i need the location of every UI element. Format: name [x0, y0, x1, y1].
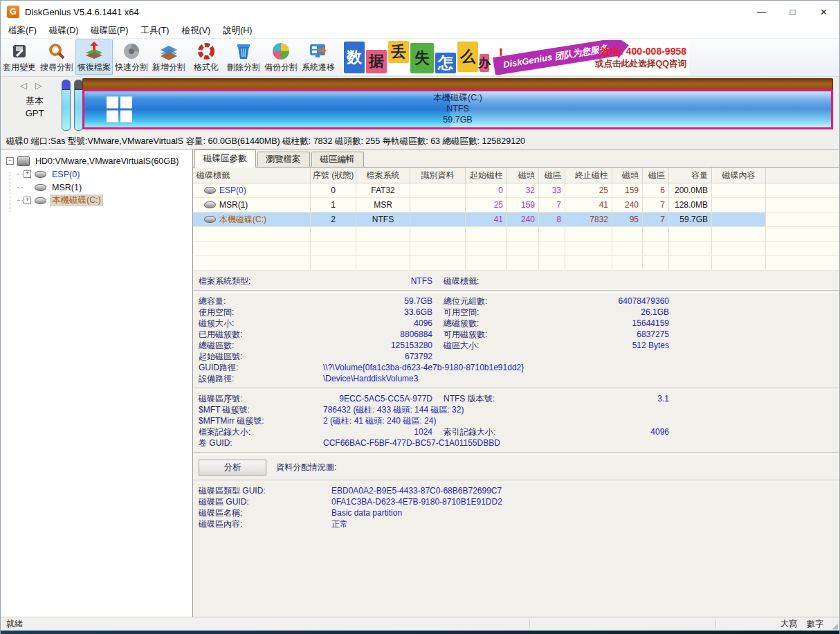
format-button[interactable]: 格式化 [188, 39, 225, 75]
expand-icon[interactable]: + [24, 197, 31, 204]
search-partition-button[interactable]: 搜尋分割 [38, 39, 75, 75]
diskgenius-window: G DiskGenius V5.4.6.1441 x64 — □ ✕ 檔案(F)… [0, 0, 840, 634]
close-button[interactable]: ✕ [808, 1, 839, 23]
ad-tile: 办 [480, 54, 489, 72]
ad-slogan-tiles: 数据丢失怎么办! [344, 40, 513, 73]
detail-row: 卷 GUID:CCF66BAC-F5BF-477D-BC57-C1A01155D… [193, 438, 839, 449]
empty-cell [507, 256, 539, 270]
empty-cell [410, 227, 466, 241]
column-header[interactable]: 磁頭 [612, 167, 643, 183]
cell-start-cylinder: 25 [466, 198, 507, 212]
next-disk-icon[interactable]: ▷ [35, 80, 45, 91]
cell-start-sector: 33 [539, 183, 565, 197]
analyze-button[interactable]: 分析 [199, 460, 266, 476]
column-header[interactable]: 磁區 [539, 167, 565, 183]
analyze-row: 分析 資料分配情況圖: [193, 458, 839, 476]
partition-icon [204, 216, 216, 223]
menu-item[interactable]: 磁碟(D) [43, 24, 84, 38]
menu-item[interactable]: 檔案(F) [2, 24, 43, 38]
cell-content [712, 198, 766, 212]
detail-row: 檔案系統類型:NTFS 磁碟標籤: [193, 276, 839, 287]
apply-changes-icon [9, 41, 30, 62]
tree-node-hd0[interactable]: − HD0:VMware,VMwareVirtualS(60GB) [1, 154, 192, 167]
table-empty-row [193, 242, 839, 256]
ad-banner[interactable]: 数据丢失怎么办! DiskGenius 团队为您服务 致电: 400-008-9… [343, 40, 688, 75]
maximize-button[interactable]: □ [777, 1, 808, 23]
cell-end-cylinder: 41 [565, 198, 612, 212]
apply-changes-button[interactable]: 套用變更 [1, 39, 38, 75]
detail-row: 磁碟區類型 GUID:EBD0A0A2-B9E5-4433-87C0-68B6B… [193, 486, 839, 496]
menu-item[interactable]: 磁碟區(P) [84, 24, 134, 38]
empty-cell [311, 256, 356, 270]
menu-item[interactable]: 工具(T) [135, 24, 176, 38]
partition-c-block[interactable]: 本機磁碟(C:) NTFS 59.7GB [82, 89, 833, 129]
column-header[interactable]: 檔案系統 [356, 167, 410, 183]
system-migrate-button[interactable]: 系統遷移 [300, 39, 337, 75]
titlebar: G DiskGenius V5.4.6.1441 x64 — □ ✕ [1, 1, 839, 23]
tree-node-partition[interactable]: MSR(1) [1, 181, 192, 194]
column-header[interactable]: 序號 (狀態) [311, 167, 356, 183]
column-header[interactable]: 磁碟內容 [712, 167, 766, 183]
tab[interactable]: 磁區編輯 [311, 152, 364, 167]
ad-qq-link[interactable]: 或点击此处选择QQ咨询 [595, 57, 686, 70]
cell-end-sector: 7 [643, 198, 669, 212]
column-header[interactable]: 磁頭 [507, 167, 539, 183]
tree-node-partition[interactable]: + 本機磁碟(C:) [1, 194, 192, 207]
ad-contact: 致电: 400-008-9958 或点击此处选择QQ咨询 [595, 45, 686, 70]
expand-icon[interactable]: + [24, 170, 31, 178]
empty-cell [356, 256, 410, 270]
collapse-icon[interactable]: − [6, 157, 14, 165]
cell-end-head: 95 [612, 212, 643, 226]
table-empty-row [193, 256, 839, 271]
disk-tree-panel: − HD0:VMware,VMwareVirtualS(60GB) + ESP(… [1, 150, 193, 617]
column-header[interactable]: 磁碟標籤 [193, 167, 311, 183]
table-empty-row [193, 227, 839, 242]
partition-icon [35, 197, 46, 204]
system-migrate-icon [308, 41, 329, 62]
delete-partition-button[interactable]: 刪除分割 [225, 39, 262, 75]
mini-partition-bar[interactable] [62, 80, 71, 131]
column-header[interactable]: 終止磁柱 [565, 167, 612, 183]
detail-row: 磁碟區內容:正常 [193, 519, 839, 529]
detail-row: 設備路徑:\Device\HarddiskVolume3 [193, 374, 839, 384]
window-controls: — □ ✕ [746, 1, 839, 23]
column-header[interactable]: 起始磁柱 [466, 167, 507, 183]
ad-tile: 数 [344, 42, 365, 73]
resize-grip[interactable]: ◢ [828, 617, 839, 631]
partition-table-empty-rows [193, 227, 839, 271]
tree-node-partition[interactable]: + ESP(0) [1, 167, 192, 181]
partition-row[interactable]: MSR(1) 1 MSR 25 159 7 41 240 7 128.0MB [193, 198, 839, 212]
quick-partition-button[interactable]: 快速分割 [113, 39, 150, 75]
recover-files-button[interactable]: 恢復檔案 [75, 39, 113, 75]
column-header[interactable]: 磁區 [643, 167, 669, 183]
tab-strip: 磁碟區參數瀏覽檔案磁區編輯 [193, 150, 839, 167]
partition-icon [35, 184, 46, 191]
main-area: − HD0:VMware,VMwareVirtualS(60GB) + ESP(… [1, 149, 839, 617]
status-numlock: 數字 [802, 618, 828, 630]
tab[interactable]: 磁碟區參數 [194, 150, 256, 167]
new-partition-button[interactable]: 新增分割 [150, 39, 188, 75]
empty-cell [311, 242, 356, 255]
backup-partition-button[interactable]: 備份分割 [262, 39, 300, 75]
column-header[interactable]: 識別資料 [410, 167, 466, 183]
column-header[interactable]: 容量 [669, 167, 712, 183]
prev-disk-icon[interactable]: ◁ [20, 80, 30, 91]
cell-filesystem: NTFS [356, 212, 410, 226]
empty-cell [539, 256, 565, 270]
menu-item[interactable]: 檢視(V) [175, 24, 217, 38]
section-divider [193, 480, 839, 482]
menu-item[interactable]: 說明(H) [217, 24, 258, 38]
partition-icon [204, 187, 216, 194]
minimize-button[interactable]: — [746, 1, 777, 23]
backup-partition-icon [271, 41, 291, 62]
partition-row[interactable]: 本機磁碟(C:) 2 NTFS 41 240 8 7832 95 7 59.7G… [193, 212, 839, 227]
empty-cell [669, 242, 712, 255]
partition-row[interactable]: ESP(0) 0 FAT32 0 32 33 25 159 6 200.0MB [193, 183, 839, 198]
detail-filesystem-section: 檔案系統類型:NTFS 磁碟標籤: [193, 276, 839, 287]
cell-serial: 0 [311, 183, 356, 197]
cell-start-sector: 7 [539, 198, 565, 212]
empty-cell [669, 227, 712, 241]
tab[interactable]: 瀏覽檔案 [257, 152, 310, 167]
cell-ident [410, 212, 466, 226]
empty-cell [712, 227, 766, 241]
